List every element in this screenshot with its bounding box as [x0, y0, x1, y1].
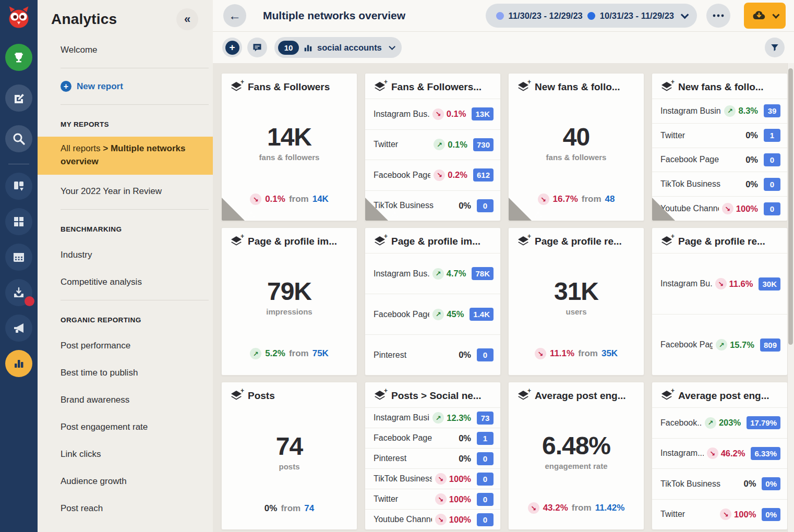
report-header: ← Multiple networks overview 11/30/23 - … — [213, 0, 794, 32]
network-value-badge: 13K — [472, 107, 494, 120]
trend-down-arrow-icon: ↘ — [434, 170, 445, 181]
network-value-badge: 0 — [477, 199, 494, 212]
card-header: +Posts > Social ne... — [365, 382, 500, 406]
sidebar-item-post-engagement-rate[interactable]: Post engagement rate — [38, 422, 213, 432]
promote-button[interactable] — [5, 315, 32, 342]
filter-button[interactable] — [765, 38, 785, 57]
metric-card[interactable]: +Posts > Social ne...Instagram Busi...↗1… — [365, 382, 501, 530]
network-label: Youtube Channel — [374, 515, 432, 524]
chevron-down-icon — [772, 11, 779, 19]
delta-previous-value: 75K — [312, 348, 329, 359]
metric-card[interactable]: +Page & profile im...79Kimpressions↗5.2%… — [221, 227, 357, 376]
date-range-picker[interactable]: 11/30/23 - 12/29/23 10/31/23 - 11/29/23 — [486, 4, 697, 28]
rewards-button[interactable] — [5, 44, 32, 71]
metric-card[interactable]: +New fans & follo...40fans & followers↘1… — [508, 73, 644, 221]
network-label: TikTok Business — [660, 479, 740, 489]
trend-down-arrow-icon: ↘ — [432, 108, 444, 120]
metric-card[interactable]: +Posts74posts0%from74 — [221, 382, 357, 530]
sidebar-item-post-reach[interactable]: Post reach — [38, 503, 213, 514]
sidebar-item-link-clicks[interactable]: Link clicks — [38, 449, 213, 460]
sidebar-item-industry[interactable]: Industry — [38, 250, 213, 260]
back-button[interactable]: ← — [223, 4, 246, 27]
export-button[interactable] — [744, 3, 786, 29]
network-label: Facebook Page — [374, 310, 429, 319]
delta-percent: 0% — [745, 130, 758, 140]
network-delta: ↘100% — [720, 509, 756, 520]
trend-up-arrow-icon: ↗ — [724, 105, 736, 117]
sidebar-item-year-review[interactable]: Your 2022 Year in Review — [38, 186, 213, 197]
sidebar-title: Analytics — [51, 11, 117, 28]
social-accounts-selector[interactable]: 10 social accounts — [274, 37, 402, 58]
warning-corner[interactable]: ⚠ — [652, 197, 676, 221]
network-delta: ↘100% — [435, 514, 471, 525]
metric-card[interactable]: +Average post eng...Facebook...↗203%17.7… — [652, 382, 788, 530]
planner-button[interactable] — [5, 244, 32, 271]
delta-percent: 100% — [449, 515, 471, 525]
comments-button[interactable] — [247, 38, 267, 57]
page-title: Multiple networks overview — [263, 9, 405, 22]
network-value-badge: 0% — [762, 477, 780, 490]
delta-percent: 0% — [745, 155, 758, 165]
warning-icon: ⚠ — [678, 209, 685, 220]
network-label: Facebook Page — [374, 433, 455, 443]
section-benchmarking: BENCHMARKING — [38, 225, 213, 233]
metric-card[interactable]: +Page & profile im...Instagram Bus...↗4.… — [365, 227, 501, 376]
add-tile-button[interactable]: + — [222, 38, 242, 57]
inbox-button[interactable] — [5, 279, 32, 306]
warning-corner[interactable]: ⚠ — [508, 197, 532, 221]
metric-card[interactable]: +Fans & Followers...Instagram Bus...↘0.1… — [365, 73, 501, 221]
network-row: Instagram Busi...↗12.3%73 — [365, 407, 500, 428]
network-rows: Instagram Busi...↗12.3%73Facebook Page0%… — [365, 407, 500, 529]
network-delta: 0% — [745, 130, 758, 140]
plus-mark-icon: + — [384, 78, 388, 86]
cards-grid: +Fans & Followers14Kfans & followers↘0.1… — [221, 73, 794, 530]
delta-percent: 11.1% — [550, 348, 574, 359]
sidebar-item-active-report[interactable]: All reports > Multiple networks overview — [38, 137, 213, 175]
sidebar-item-competitive-analysis[interactable]: Competitive analysis — [38, 277, 213, 287]
streams-button[interactable] — [5, 173, 32, 200]
sidebar-item-best-time[interactable]: Best time to publish — [38, 368, 213, 378]
network-delta: 0% — [459, 201, 471, 211]
section-organic-reporting: ORGANIC REPORTING — [38, 316, 213, 324]
delta-percent: 0% — [459, 350, 471, 360]
scrollbar-thumb[interactable] — [788, 68, 793, 345]
more-options-button[interactable] — [706, 4, 730, 28]
warning-icon: ⚠ — [247, 209, 255, 220]
network-value-badge: 0 — [477, 348, 494, 361]
delta-percent: 100% — [734, 510, 756, 519]
metric-delta: ↘11.1%from35K — [509, 348, 644, 375]
sidebar-collapse-button[interactable]: « — [176, 8, 198, 30]
metric-body: 31Kusers — [509, 245, 644, 348]
metric-card[interactable]: +Average post eng...6.48%engagement rate… — [508, 382, 644, 530]
sidebar-item-audience-growth[interactable]: Audience growth — [38, 476, 213, 487]
scrollbar-track[interactable] — [787, 63, 794, 532]
plus-icon: + — [61, 81, 71, 92]
notification-dot — [25, 296, 34, 306]
warning-corner[interactable]: ⚠ — [221, 197, 245, 221]
warning-corner[interactable]: ⚠ — [365, 197, 389, 221]
hootsuite-owl-logo[interactable] — [4, 3, 33, 32]
compose-button[interactable] — [5, 84, 32, 112]
network-row: Twitter↗0.1%730 — [365, 129, 500, 160]
sidebar-item-post-performance[interactable]: Post performance — [38, 341, 213, 351]
metric-layers-icon: + — [660, 390, 673, 402]
metric-card[interactable]: +Page & profile re...31Kusers↘11.1%from3… — [508, 227, 644, 376]
new-report-button[interactable]: + New report — [38, 81, 213, 92]
metric-card[interactable]: +New fans & follo...Instagram Busin...↗8… — [652, 73, 788, 221]
card-header: +New fans & follo... — [652, 74, 787, 98]
dashboard-button[interactable] — [5, 208, 32, 235]
metric-card[interactable]: +Page & profile re...Instagram Bu...↘11.… — [652, 227, 788, 376]
metric-card[interactable]: +Fans & Followers14Kfans & followers↘0.1… — [221, 73, 357, 221]
trend-up-arrow-icon: ↗ — [716, 339, 727, 350]
sidebar-item-welcome[interactable]: Welcome — [38, 45, 213, 55]
search-button[interactable] — [5, 125, 32, 152]
delta-percent: 100% — [736, 204, 758, 214]
delta-percent: 43.2% — [543, 503, 568, 513]
card-header: +Average post eng... — [652, 382, 787, 406]
analytics-button-active[interactable] — [5, 350, 32, 377]
date-range-compare: 10/31/23 - 11/29/23 — [600, 11, 674, 21]
calendar-icon — [13, 251, 25, 263]
delta-percent: 0% — [264, 503, 278, 514]
sidebar-item-brand-awareness[interactable]: Brand awareness — [38, 395, 213, 405]
ellipsis-icon — [713, 14, 724, 17]
